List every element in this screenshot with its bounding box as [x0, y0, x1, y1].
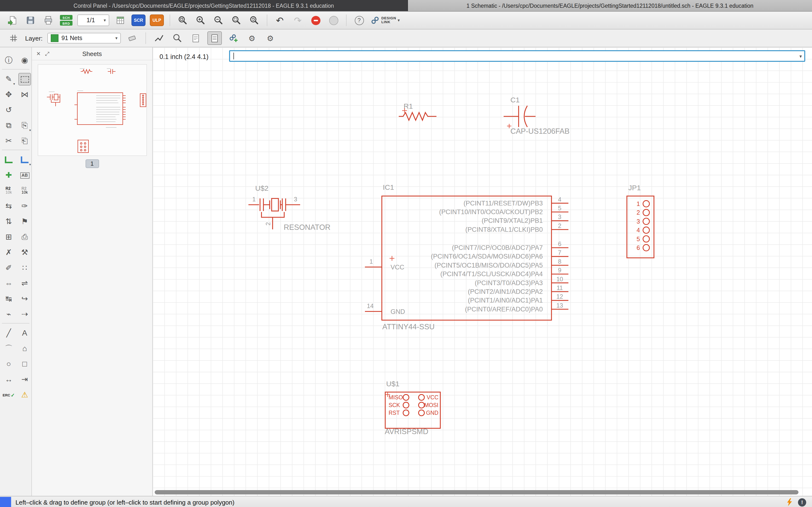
- sheet-page-1[interactable]: 1: [85, 159, 99, 168]
- zoom-select-button[interactable]: [230, 14, 243, 26]
- wrench-tool-icon[interactable]: ⚒: [18, 246, 31, 259]
- attribute-tool-icon[interactable]: ⚑: [18, 215, 31, 228]
- svg-text:IC1: IC1: [383, 183, 394, 191]
- dimension-tool-icon[interactable]: ↔: [2, 373, 15, 386]
- svg-text:3: 3: [558, 213, 561, 220]
- polygon-tool-icon[interactable]: ⌂: [18, 342, 31, 355]
- sheets-panel: Sheets ✕ ⤢: [32, 47, 153, 496]
- save-button[interactable]: [24, 14, 37, 26]
- ulp-button[interactable]: ULP: [150, 14, 164, 26]
- line-tool-icon[interactable]: ╱: [2, 327, 15, 339]
- erc-tool-icon[interactable]: ERC✓: [2, 389, 15, 401]
- text-tool-icon[interactable]: A: [18, 327, 31, 339]
- grid-settings-button[interactable]: [7, 32, 20, 44]
- group-copy-tool-icon[interactable]: ⧉: [2, 119, 15, 132]
- component-c1[interactable]: C1 CAP-US1206FAB: [504, 96, 570, 135]
- layer-eraser-button[interactable]: [126, 32, 139, 44]
- sheet-list-button[interactable]: [189, 32, 203, 44]
- svg-text:GND: GND: [391, 308, 405, 315]
- route-tool-icon[interactable]: ↪: [18, 293, 31, 305]
- undo-button[interactable]: ↶: [273, 14, 287, 26]
- measure-tool-icon[interactable]: ⇥: [18, 373, 31, 386]
- invoke-tool-icon[interactable]: ✑: [18, 200, 31, 213]
- move-group-tool-icon[interactable]: ⇔: [2, 277, 15, 290]
- group-paste-tool-icon[interactable]: ⎘▾: [18, 119, 31, 132]
- close-icon[interactable]: ✕: [36, 50, 41, 57]
- pinswap-tool-icon[interactable]: ⇆: [2, 200, 15, 213]
- lightning-icon[interactable]: [785, 498, 794, 507]
- show-tool-icon[interactable]: ◉: [18, 54, 31, 67]
- layer-label: Layer:: [25, 35, 43, 42]
- command-input[interactable]: [230, 52, 800, 60]
- rect-tool-icon[interactable]: □: [18, 358, 31, 370]
- label-tool-icon[interactable]: AB: [18, 169, 31, 181]
- help-button[interactable]: ?: [352, 14, 366, 26]
- component-u1-avrisp[interactable]: U$1 MISOVCCSCKMOSIRSTGND AVRISPSMD: [385, 380, 440, 436]
- component-jp1[interactable]: JP1 123456: [627, 184, 654, 258]
- module-settings-button[interactable]: ⚙: [245, 32, 259, 44]
- svg-text:(PCINT1/AIN0/ADC1)PA1: (PCINT1/AIN0/ADC1)PA1: [468, 297, 543, 304]
- gateswap-tool-icon[interactable]: ⇅: [2, 215, 15, 228]
- sheet-table-button[interactable]: [114, 14, 127, 26]
- svg-text:1: 1: [369, 258, 373, 265]
- junction-tool-icon[interactable]: ✚: [2, 169, 15, 181]
- add-part-button[interactable]: [227, 32, 240, 44]
- sheet-thumbnail[interactable]: [38, 64, 147, 156]
- zoom-redraw-button[interactable]: [248, 14, 261, 26]
- value-tool-icon[interactable]: R210k: [18, 184, 31, 197]
- zoom-fit-button[interactable]: [176, 14, 190, 26]
- group-tool-icon[interactable]: [18, 73, 31, 86]
- inspect-tool-button[interactable]: [170, 32, 184, 44]
- net-tool-button[interactable]: [152, 32, 166, 44]
- copy-tool-icon[interactable]: ⊞: [2, 231, 15, 243]
- open-board-schematic-button[interactable]: SCH BRD: [59, 14, 73, 26]
- draw-pen-tool-icon[interactable]: ✐: [2, 262, 15, 274]
- zoom-out-button[interactable]: [212, 14, 225, 26]
- sheet-selector-dropdown[interactable]: 1/1 ▾: [77, 14, 109, 26]
- paste-tool-icon[interactable]: ⎙: [18, 231, 31, 243]
- move-tool-icon[interactable]: ✥: [2, 89, 15, 101]
- zoom-in-button[interactable]: [194, 14, 207, 26]
- sheet-thumbs-button[interactable]: [207, 32, 222, 45]
- status-bar: Left–click & drag to define group (or le…: [0, 496, 812, 507]
- design-link-button[interactable]: DESIGN LINK ▾: [370, 15, 400, 25]
- via-tool-icon[interactable]: ∷: [18, 262, 31, 274]
- arc-tool-icon[interactable]: ⌒: [2, 342, 15, 355]
- zoom-redraw-icon: [249, 15, 260, 25]
- preferences-button[interactable]: ⚙: [263, 32, 277, 44]
- stop-button[interactable]: [309, 14, 322, 26]
- expand-icon[interactable]: ⤢: [45, 50, 49, 57]
- alert-icon[interactable]: !: [798, 498, 806, 506]
- duplicate-tool-icon[interactable]: ⎗: [18, 135, 31, 147]
- optimize-tool-icon[interactable]: ⇢: [18, 308, 31, 321]
- record-button[interactable]: [327, 14, 340, 26]
- horizontal-scrollbar-thumb[interactable]: [155, 490, 799, 495]
- cut-tool-icon[interactable]: ✂: [2, 135, 15, 147]
- print-button[interactable]: [42, 14, 55, 26]
- swap-tool-icon[interactable]: ↹: [2, 293, 15, 305]
- tab-control-panel[interactable]: Control Panel - /Users/cpc/Documents/EAG…: [0, 0, 408, 11]
- component-ic1[interactable]: IC1 1 VCC 14 GND 4(PCINT11/RESET/DW)PB35…: [365, 183, 568, 331]
- schematic-canvas[interactable]: 0.1 inch (2.4 4.1) ▾ R1 C1: [153, 47, 812, 496]
- layer-dropdown[interactable]: 91 Nets ▾: [47, 33, 121, 44]
- svg-text:14: 14: [367, 302, 373, 309]
- redo-button[interactable]: ↷: [291, 14, 305, 26]
- mirror-tool-icon[interactable]: ⋈: [18, 89, 31, 101]
- change-tool-icon[interactable]: ✎▾: [2, 73, 15, 86]
- circle-tool-icon[interactable]: ○: [2, 358, 15, 370]
- open-file-button[interactable]: [6, 14, 19, 26]
- info-tool-icon[interactable]: ⓘ: [2, 54, 15, 67]
- scr-button[interactable]: SCR: [132, 14, 146, 26]
- replace-tool-icon[interactable]: ⇌: [18, 277, 31, 290]
- errors-tool-icon[interactable]: ⚠: [18, 389, 31, 401]
- component-u2-resonator[interactable]: U$2 1 3 2 RESONATOR: [248, 184, 331, 231]
- name-tool-icon[interactable]: R210k: [2, 184, 15, 197]
- delete-tool-icon[interactable]: ✗: [2, 246, 15, 259]
- component-r1[interactable]: R1: [399, 102, 437, 120]
- bend-style-tool-icon[interactable]: ▾: [18, 154, 31, 166]
- tab-schematic[interactable]: 1 Schematic - /Users/cpc/Documents/EAGLE…: [408, 0, 812, 11]
- rotate-tool-icon[interactable]: ↺: [2, 104, 15, 116]
- wire-tool-icon[interactable]: [2, 154, 15, 166]
- svg-text:VCC: VCC: [426, 394, 439, 400]
- split-tool-icon[interactable]: ⌁: [2, 308, 15, 321]
